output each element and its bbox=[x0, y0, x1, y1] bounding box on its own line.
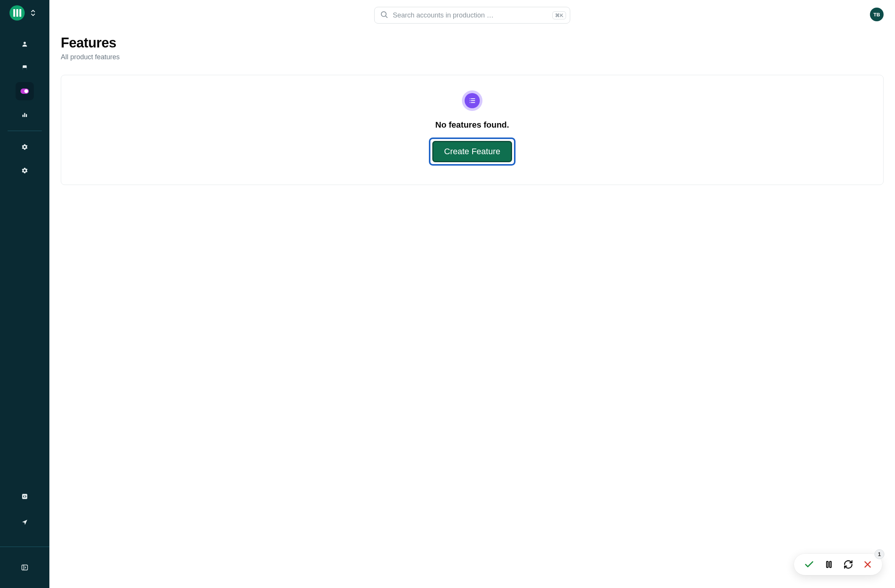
sidebar bbox=[0, 0, 49, 588]
svg-line-12 bbox=[386, 16, 387, 17]
logo-bars-icon bbox=[13, 9, 21, 17]
cancel-button[interactable] bbox=[863, 560, 872, 569]
svg-rect-6 bbox=[24, 113, 25, 117]
sidebar-header bbox=[9, 5, 36, 21]
send-icon bbox=[21, 519, 28, 526]
app-logo[interactable] bbox=[9, 5, 25, 21]
refresh-icon bbox=[843, 560, 853, 569]
floating-badge: 1 bbox=[874, 549, 884, 559]
search-input[interactable] bbox=[393, 11, 548, 19]
database-icon bbox=[21, 64, 28, 71]
avatar[interactable]: TB bbox=[870, 8, 884, 21]
check-icon bbox=[804, 559, 814, 570]
panel-right-icon bbox=[21, 564, 28, 571]
svg-rect-20 bbox=[830, 561, 831, 567]
sidebar-divider bbox=[8, 131, 42, 131]
svg-point-4 bbox=[24, 89, 28, 93]
sidebar-item-settings-1[interactable] bbox=[16, 138, 34, 156]
refresh-button[interactable] bbox=[843, 560, 853, 569]
cta-focus-ring: Create Feature bbox=[429, 138, 515, 166]
content: Features All product features No feature… bbox=[49, 24, 895, 185]
bar-chart-icon bbox=[21, 111, 28, 118]
sidebar-item-dev[interactable] bbox=[16, 487, 34, 506]
search-box[interactable]: ⌘K bbox=[374, 7, 570, 24]
chevron-up-down-icon bbox=[30, 9, 36, 17]
svg-rect-7 bbox=[26, 114, 27, 117]
svg-point-15 bbox=[470, 100, 470, 101]
sidebar-item-features[interactable] bbox=[16, 82, 34, 100]
pause-icon bbox=[824, 560, 833, 569]
sidebar-item-accounts[interactable] bbox=[16, 35, 34, 53]
sidebar-item-settings-2[interactable] bbox=[16, 161, 34, 180]
approve-button[interactable] bbox=[804, 559, 814, 570]
user-icon bbox=[21, 41, 28, 47]
sidebar-item-panel-toggle[interactable] bbox=[16, 558, 34, 577]
svg-rect-8 bbox=[22, 494, 27, 499]
floating-action-bar: 1 bbox=[794, 554, 882, 575]
sidebar-divider bbox=[0, 547, 49, 547]
sidebar-nav-settings bbox=[0, 138, 49, 180]
svg-rect-19 bbox=[827, 561, 828, 567]
svg-rect-9 bbox=[22, 565, 28, 570]
svg-rect-2 bbox=[23, 68, 27, 70]
workspace-switcher[interactable] bbox=[30, 9, 36, 17]
features-card: No features found. Create Feature bbox=[61, 75, 884, 185]
create-feature-button[interactable]: Create Feature bbox=[432, 141, 512, 162]
svg-point-13 bbox=[470, 98, 470, 99]
empty-state-title: No features found. bbox=[435, 120, 509, 130]
toggle-icon bbox=[21, 89, 29, 94]
list-icon bbox=[465, 93, 480, 108]
code-icon bbox=[21, 493, 28, 500]
gear-icon bbox=[22, 168, 28, 174]
close-icon bbox=[863, 560, 872, 569]
svg-rect-5 bbox=[22, 115, 24, 117]
search-shortcut: ⌘K bbox=[552, 11, 566, 19]
search-icon bbox=[380, 10, 388, 20]
gear-icon bbox=[22, 144, 28, 150]
main: ⌘K TB Features All product features No f… bbox=[49, 0, 895, 588]
empty-state-icon-wrap bbox=[462, 90, 482, 111]
sidebar-nav-primary bbox=[0, 35, 49, 124]
sidebar-item-data[interactable] bbox=[16, 58, 34, 77]
page-title: Features bbox=[61, 35, 884, 51]
svg-point-0 bbox=[24, 42, 26, 44]
svg-point-17 bbox=[470, 102, 470, 103]
sidebar-nav-bottom bbox=[0, 487, 49, 588]
topbar: ⌘K TB bbox=[49, 0, 895, 24]
pause-button[interactable] bbox=[824, 560, 833, 569]
sidebar-item-send[interactable] bbox=[16, 513, 34, 531]
sidebar-item-analytics[interactable] bbox=[16, 106, 34, 124]
page-subtitle: All product features bbox=[61, 53, 884, 61]
